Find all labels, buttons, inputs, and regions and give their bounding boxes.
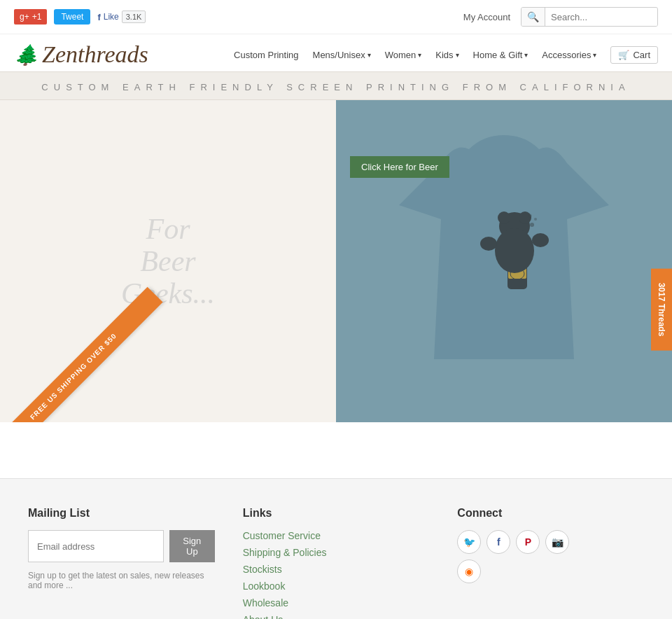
nav-kids-chevron: ▾	[456, 51, 459, 59]
cart-icon: 🛒	[618, 50, 629, 60]
hero-left: For Beer Geeks... FREE US SHIPPING OVER …	[0, 100, 336, 422]
main-nav: Custom Printing Mens/Unisex ▾ Women ▾ Ki…	[234, 46, 658, 64]
connect-section: Connect 🐦 f P 📷 ◉	[457, 507, 644, 619]
svg-point-8	[498, 211, 510, 224]
hero-right: Click Here for Beer Beer HUB	[336, 100, 672, 422]
fb-icon: f	[97, 12, 100, 22]
svg-point-15	[528, 214, 532, 218]
nav-accessories-label: Accessories	[542, 50, 591, 60]
search-input[interactable]	[545, 8, 657, 26]
mailing-desc: Sign up to get the latest on sales, new …	[28, 571, 215, 590]
banner-text: CUSTOM EARTH FRIENDLY SCREEN PRINTING FR…	[41, 82, 630, 92]
footer: Mailing List Sign Up Sign up to get the …	[0, 478, 672, 619]
instagram-icon[interactable]: 📷	[545, 530, 569, 554]
fb-like-container: f Like 3.1K	[97, 11, 146, 23]
nav-accessories-chevron: ▾	[593, 51, 596, 59]
tweet-button[interactable]: Tweet	[54, 9, 90, 25]
nav-accessories[interactable]: Accessories ▾	[542, 50, 596, 60]
top-bar-left: g+ +1 Tweet f Like 3.1K	[14, 9, 146, 25]
connect-title: Connect	[457, 507, 644, 520]
ribbon-text: FREE US SHIPPING OVER $50	[29, 332, 118, 422]
banner: CUSTOM EARTH FRIENDLY SCREEN PRINTING FR…	[0, 71, 672, 100]
signup-button[interactable]: Sign Up	[169, 530, 215, 562]
gplus-button[interactable]: g+ +1	[14, 9, 47, 25]
footer-top: Mailing List Sign Up Sign up to get the …	[28, 507, 644, 619]
gplus-label: +1	[32, 12, 42, 22]
threads-badge[interactable]: 3017 Threads	[651, 269, 672, 351]
pinterest-icon[interactable]: P	[516, 530, 540, 554]
link-shipping[interactable]: Shipping & Policies	[243, 547, 430, 558]
nav-women[interactable]: Women ▾	[385, 50, 422, 60]
svg-point-11	[480, 237, 497, 251]
nav-custom-printing-label: Custom Printing	[234, 50, 298, 60]
nav-mens-chevron: ▾	[368, 51, 371, 59]
mailing-title: Mailing List	[28, 507, 215, 520]
nav-mens-unisex[interactable]: Mens/Unisex ▾	[313, 50, 371, 60]
logo-leaf-icon: 🌲	[14, 43, 38, 67]
nav-home-label: Home & Gift	[473, 50, 523, 60]
social-icons: 🐦 f P 📷	[457, 530, 644, 554]
link-about-us[interactable]: About Us	[243, 614, 430, 619]
spacer	[0, 422, 672, 478]
mailing-section: Mailing List Sign Up Sign up to get the …	[28, 507, 215, 619]
top-bar-right: My Account 🔍	[463, 7, 658, 27]
link-customer-service[interactable]: Customer Service	[243, 530, 430, 541]
click-here-button[interactable]: Click Here for Beer	[350, 156, 449, 178]
footer-links-list: Customer Service Shipping & Policies Sto…	[243, 530, 430, 619]
mailing-row: Sign Up	[28, 530, 215, 562]
my-account-link[interactable]: My Account	[463, 12, 510, 22]
twitter-icon[interactable]: 🐦	[457, 530, 481, 554]
logo-nav: 🌲 Zenthreads Custom Printing Mens/Unisex…	[0, 34, 672, 71]
nav-mens-label: Mens/Unisex	[313, 50, 365, 60]
rss-row: ◉	[457, 559, 644, 583]
fb-like-label: Like	[104, 12, 119, 22]
links-title: Links	[243, 507, 430, 520]
search-form: 🔍	[521, 7, 658, 27]
links-section: Links Customer Service Shipping & Polici…	[243, 507, 430, 619]
link-wholesale[interactable]: Wholesale	[243, 597, 430, 608]
logo[interactable]: 🌲 Zenthreads	[14, 41, 154, 68]
link-stockists[interactable]: Stockists	[243, 564, 430, 575]
link-lookbook[interactable]: Lookbook	[243, 580, 430, 592]
search-icon: 🔍	[522, 8, 545, 26]
nav-kids-label: Kids	[435, 50, 453, 60]
hero-section: For Beer Geeks... FREE US SHIPPING OVER …	[0, 100, 672, 422]
cart-label: Cart	[633, 50, 650, 60]
nav-women-chevron: ▾	[418, 51, 421, 59]
nav-home-gift[interactable]: Home & Gift ▾	[473, 50, 528, 60]
logo-wordmark: Zenthreads	[42, 41, 148, 68]
shipping-ribbon-container: FREE US SHIPPING OVER $50	[0, 240, 182, 422]
svg-point-9	[519, 211, 531, 224]
cart-button[interactable]: 🛒 Cart	[610, 46, 658, 64]
rss-icon[interactable]: ◉	[457, 559, 481, 583]
fb-like-count: 3.1K	[122, 11, 146, 23]
email-input[interactable]	[28, 530, 164, 562]
nav-home-chevron: ▾	[524, 51, 528, 59]
svg-point-13	[530, 223, 534, 227]
gplus-icon: g+	[20, 12, 29, 22]
svg-point-14	[534, 218, 537, 221]
nav-kids[interactable]: Kids ▾	[435, 50, 458, 60]
shipping-ribbon: FREE US SHIPPING OVER $50	[0, 287, 162, 422]
threads-badge-text: 3017 Threads	[657, 283, 666, 337]
facebook-icon[interactable]: f	[486, 530, 510, 554]
svg-point-12	[532, 233, 549, 247]
nav-women-label: Women	[385, 50, 416, 60]
top-bar: g+ +1 Tweet f Like 3.1K My Account 🔍	[0, 0, 672, 34]
svg-point-10	[495, 228, 534, 273]
logo-text: 🌲 Zenthreads	[14, 41, 154, 68]
nav-custom-printing[interactable]: Custom Printing	[234, 50, 298, 60]
